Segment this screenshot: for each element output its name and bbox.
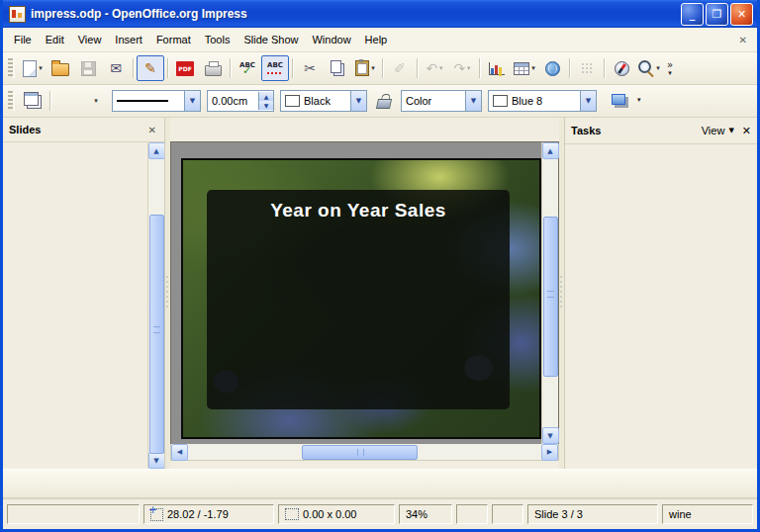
- menu-insert[interactable]: Insert: [108, 31, 149, 48]
- styles-and-formatting-icon: [24, 92, 39, 106]
- scroll-up-icon[interactable]: ▲: [148, 142, 165, 159]
- menu-slide-show[interactable]: Slide Show: [237, 31, 305, 48]
- menu-help[interactable]: Help: [358, 31, 395, 48]
- email-button[interactable]: ✉: [102, 55, 130, 81]
- sales-chart[interactable]: Year on Year Sales: [207, 190, 510, 409]
- slide-3-editing-area[interactable]: Year on Year Sales: [181, 158, 541, 439]
- open-button[interactable]: [47, 55, 74, 81]
- insert-table-icon: [514, 62, 529, 75]
- dropdown-arrow-icon[interactable]: ▾: [39, 64, 43, 72]
- toolbar-overflow[interactable]: »▾: [663, 59, 677, 78]
- dropdown-arrow-icon[interactable]: ▾: [439, 64, 443, 72]
- menu-view[interactable]: View: [71, 31, 109, 48]
- maximize-button[interactable]: ❐: [706, 3, 728, 26]
- scrollbar-thumb[interactable]: [302, 445, 418, 460]
- slides-scrollbar[interactable]: ▲ ▼: [147, 142, 164, 469]
- tasks-close-icon[interactable]: ✕: [742, 125, 751, 137]
- horizontal-scrollbar[interactable]: ◀ ▶: [170, 444, 559, 461]
- area-fill-button[interactable]: [370, 88, 398, 114]
- menu-edit[interactable]: Edit: [39, 31, 71, 48]
- tasks-view-menu[interactable]: View ▼: [702, 125, 734, 136]
- slides-panel-title: Slides: [9, 124, 41, 135]
- navigator-button[interactable]: [608, 55, 635, 81]
- chevron-down-icon: ▼: [728, 127, 733, 134]
- size-icon: [285, 508, 299, 520]
- export-pdf-icon: PDF: [176, 61, 193, 76]
- scroll-left-icon[interactable]: ◀: [171, 444, 188, 461]
- status-position[interactable]: 28.02 / -1.79: [143, 504, 274, 524]
- scroll-right-icon[interactable]: ▶: [541, 444, 558, 461]
- insert-table-button[interactable]: ▾: [511, 55, 538, 81]
- line-style-combo[interactable]: ▼: [112, 90, 201, 112]
- area-style-label[interactable]: Color: [402, 95, 465, 107]
- minimize-button[interactable]: _: [681, 3, 704, 26]
- slides-close-icon[interactable]: ✕: [146, 125, 158, 135]
- scrollbar-thumb[interactable]: [543, 217, 558, 377]
- line-fill-toolbar: ▾ ▼ 0.00cm ▲▼ Black ▼ Color ▼ Blue 8 ▼ ▾: [3, 85, 757, 118]
- shadow-button[interactable]: [606, 88, 633, 114]
- paste-button[interactable]: ▾: [351, 55, 379, 81]
- insert-chart-button[interactable]: [483, 55, 511, 81]
- scroll-down-icon[interactable]: ▼: [148, 452, 165, 469]
- cut-button[interactable]: ✂: [296, 55, 324, 81]
- combo-arrow-icon[interactable]: ▼: [350, 91, 366, 111]
- line-width-spinner[interactable]: 0.00cm ▲▼: [207, 90, 274, 112]
- toolbar-grip[interactable]: [8, 91, 15, 111]
- scroll-up-icon[interactable]: ▲: [542, 142, 559, 159]
- impress-app-icon: [9, 6, 26, 23]
- spellcheck-icon: [239, 61, 255, 75]
- scroll-down-icon[interactable]: ▼: [542, 427, 559, 444]
- menu-tools[interactable]: Tools: [198, 31, 238, 48]
- format-paintbrush-button: ✐: [386, 55, 414, 81]
- fill-color-combo[interactable]: Blue 8 ▼: [488, 90, 597, 112]
- spin-down-icon[interactable]: ▼: [259, 101, 273, 110]
- toolbar-grip[interactable]: [8, 58, 15, 78]
- spellcheck-button[interactable]: [234, 55, 261, 81]
- status-zoom[interactable]: 34%: [399, 504, 452, 524]
- combo-arrow-icon[interactable]: ▼: [580, 91, 596, 111]
- styles-and-formatting-button[interactable]: [19, 88, 47, 114]
- panel-splitter[interactable]: [559, 118, 564, 469]
- hyperlink-button[interactable]: [538, 55, 566, 81]
- spin-up-icon[interactable]: ▲: [259, 92, 273, 101]
- vertical-scrollbar[interactable]: ▲ ▼: [541, 142, 558, 444]
- document-close-icon[interactable]: ✕: [733, 33, 753, 47]
- view-tabs: [170, 118, 559, 141]
- status-template[interactable]: wine: [662, 504, 753, 524]
- area-style-combo[interactable]: Color ▼: [401, 90, 482, 112]
- zoom-button[interactable]: ▾: [635, 55, 663, 81]
- line-width-value[interactable]: 0.00cm: [208, 95, 258, 107]
- fill-color-label: Blue 8: [512, 95, 542, 107]
- combo-arrow-icon[interactable]: ▼: [184, 91, 200, 111]
- close-button[interactable]: ✕: [730, 3, 753, 26]
- new-document-button[interactable]: ▾: [19, 55, 47, 81]
- arrow-style-button[interactable]: ▾: [81, 88, 109, 114]
- menu-file[interactable]: File: [7, 31, 39, 48]
- slide-canvas[interactable]: Year on Year Sales ▲ ▼: [170, 141, 559, 444]
- edit-file-button[interactable]: ✎: [137, 55, 164, 81]
- auto-spellcheck-button[interactable]: [261, 55, 289, 81]
- status-size[interactable]: 0.00 x 0.00: [278, 504, 395, 524]
- dropdown-arrow-icon[interactable]: ▾: [94, 97, 98, 105]
- print-file-button[interactable]: [199, 55, 227, 81]
- menu-window[interactable]: Window: [305, 31, 357, 48]
- dropdown-arrow-icon[interactable]: ▾: [656, 64, 660, 72]
- dropdown-arrow-icon[interactable]: ▾: [371, 64, 375, 72]
- copy-button[interactable]: [324, 55, 351, 81]
- display-grid-button[interactable]: [573, 55, 601, 81]
- dropdown-arrow-icon[interactable]: ▾: [531, 64, 535, 72]
- separator: [167, 58, 168, 78]
- status-slide-number[interactable]: Slide 3 / 3: [527, 504, 658, 524]
- line-button[interactable]: [53, 88, 81, 114]
- auto-spellcheck-icon: [267, 61, 283, 75]
- toolbar-options-icon[interactable]: ▾: [633, 97, 645, 105]
- dropdown-arrow-icon[interactable]: ▾: [467, 64, 471, 72]
- scrollbar-thumb[interactable]: [149, 215, 164, 454]
- menu-format[interactable]: Format: [149, 31, 198, 48]
- save-button: [74, 55, 102, 81]
- combo-arrow-icon[interactable]: ▼: [465, 91, 481, 111]
- line-style-preview: [117, 100, 168, 102]
- line-color-combo[interactable]: Black ▼: [280, 90, 367, 112]
- export-pdf-button[interactable]: PDF: [171, 55, 199, 81]
- separator: [133, 58, 134, 78]
